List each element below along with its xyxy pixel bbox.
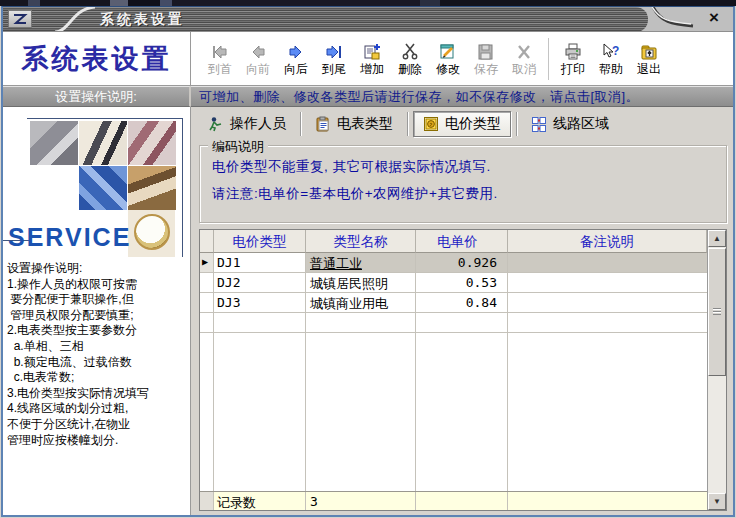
save-button[interactable]: 保存 [467, 40, 505, 78]
toolbar-separator [548, 38, 549, 80]
footer-selector-cell [200, 492, 214, 510]
first-record-button[interactable]: 到首 [201, 40, 239, 78]
titlebar: 系统表设置 × [3, 7, 733, 32]
photo-pen [79, 121, 127, 165]
operation-instructions: 设置操作说明: 1.操作人员的权限可按需 要分配便于兼职操作,但 管理员权限分配… [3, 257, 190, 448]
sidebar-header: 设置操作说明: [3, 86, 191, 107]
photo-instruments [128, 121, 176, 165]
last-record-button[interactable]: 到尾 [315, 40, 353, 78]
scrollbar-thumb[interactable] [708, 248, 726, 376]
column-header-price-type[interactable]: 电价类型 [214, 230, 306, 253]
next-record-icon [287, 40, 305, 60]
save-icon [477, 40, 495, 60]
cell-price-type[interactable]: DJ2 [214, 273, 306, 293]
price-book-icon [423, 116, 439, 132]
decor-line [27, 118, 183, 119]
table-row[interactable]: DJ3 城镇商业用电 0.84 [200, 293, 707, 313]
cancel-button[interactable]: 取消 [505, 40, 543, 78]
cell-type-name[interactable]: 城镇居民照明 [306, 273, 416, 293]
subheader-row: 设置操作说明: 可增加、删除、修改各类型后请进行保存，如不保存修改，请点击[取消… [3, 86, 733, 107]
table-grid: 电价类型 类型名称 电单价 备注说明 ▶ DJ1 普通工业 0.926 [200, 230, 707, 510]
sidebar: SERVICE 设置操作说明: 1.操作人员的权限可按需 要分配便于兼职操作,但… [3, 107, 191, 515]
body: SERVICE 设置操作说明: 1.操作人员的权限可按需 要分配便于兼职操作,但… [3, 107, 733, 515]
next-record-button[interactable]: 向后 [277, 40, 315, 78]
window-title: 系统表设置 [100, 11, 185, 29]
scroll-up-icon[interactable]: ▲ [708, 230, 726, 247]
cell-unit-price[interactable]: 0.53 [416, 273, 508, 293]
cell-note[interactable] [508, 253, 707, 273]
add-record-button[interactable]: 增加 [353, 40, 391, 78]
tab-separator [407, 112, 408, 136]
cell-unit-price[interactable]: 0.926 [416, 253, 508, 273]
category-tabs: 操作人员 电表类型 电价类型 线路区域 [199, 107, 727, 140]
column-header-unit-price[interactable]: 电单价 [416, 230, 508, 253]
tab-separator [516, 112, 517, 136]
app-logo-icon [8, 10, 32, 28]
modify-record-button[interactable]: 修改 [429, 40, 467, 78]
screen: 系统表设置 × 系统表设置 到首 向前 [0, 0, 736, 518]
column-header-note[interactable]: 备注说明 [508, 230, 707, 253]
close-icon[interactable]: × [704, 8, 724, 28]
tab-line-regions[interactable]: 线路区域 [522, 112, 618, 136]
tab-price-types[interactable]: 电价类型 [413, 111, 511, 137]
scrollbar-grip [713, 308, 721, 315]
cell-note[interactable] [508, 293, 707, 313]
service-collage-image: SERVICE [3, 107, 190, 257]
row-selector-cell[interactable] [200, 293, 214, 313]
main-panel: 操作人员 电表类型 电价类型 线路区域 [191, 107, 733, 515]
tab-operators[interactable]: 操作人员 [199, 112, 295, 136]
svg-text:?: ? [612, 44, 619, 58]
photo-tools [30, 121, 78, 165]
first-record-icon [211, 40, 229, 60]
last-record-icon [325, 40, 343, 60]
help-icon: ? [601, 40, 621, 60]
empty-row [200, 313, 707, 333]
current-row-icon: ▶ [200, 256, 208, 267]
cell-unit-price[interactable]: 0.84 [416, 293, 508, 313]
toolbar: 系统表设置 到首 向前 [3, 32, 733, 86]
table-row[interactable]: ▶ DJ1 普通工业 0.926 [200, 253, 707, 273]
cell-type-name[interactable]: 普通工业 [306, 253, 416, 273]
help-button[interactable]: ? 帮助 [592, 40, 630, 78]
operator-person-icon [208, 116, 224, 132]
tab-meter-types[interactable]: 电表类型 [306, 112, 402, 136]
prev-record-button[interactable]: 向前 [239, 40, 277, 78]
row-selector-cell[interactable] [200, 273, 214, 293]
add-record-icon [363, 40, 381, 60]
cell-price-type[interactable]: DJ3 [214, 293, 306, 313]
modify-record-icon [439, 40, 457, 60]
coding-description-groupbox: 编码说明 电价类型不能重复, 其它可根据实际情况填写. 请注意:电单价=基本电价… [199, 145, 727, 223]
table-footer-row: 记录数 3 [200, 491, 707, 510]
toolbar-buttons: 到首 向前 向后 [191, 32, 733, 85]
vertical-scrollbar[interactable]: ▲ ▼ [707, 230, 726, 510]
table-empty-area [200, 333, 707, 491]
region-diagram-icon [531, 116, 547, 132]
watch-face [134, 214, 170, 250]
print-button[interactable]: 打印 [554, 40, 592, 78]
row-selector-cell[interactable]: ▶ [200, 253, 214, 273]
cancel-icon [515, 40, 533, 60]
price-type-table: 电价类型 类型名称 电单价 备注说明 ▶ DJ1 普通工业 0.926 [199, 229, 727, 511]
photo-office [128, 166, 176, 210]
table-header-row: 电价类型 类型名称 电单价 备注说明 [200, 230, 707, 253]
scrollbar-track[interactable] [708, 247, 726, 493]
cell-note[interactable] [508, 273, 707, 293]
exit-icon [640, 40, 658, 60]
table-row[interactable]: DJ2 城镇居民照明 0.53 [200, 273, 707, 293]
exit-button[interactable]: 退出 [630, 40, 668, 78]
decor-line [182, 118, 183, 257]
meter-clipboard-icon [315, 116, 331, 132]
cell-price-type[interactable]: DJ1 [214, 253, 306, 273]
delete-record-button[interactable]: 删除 [391, 40, 429, 78]
cell-type-name[interactable]: 城镇商业用电 [306, 293, 416, 313]
prev-record-icon [249, 40, 267, 60]
selector-column-header [200, 230, 214, 253]
record-count-value: 3 [306, 492, 416, 510]
page-title: 系统表设置 [3, 32, 191, 85]
record-count-label: 记录数 [214, 492, 306, 510]
photo-watch [128, 210, 175, 257]
groupbox-legend: 编码说明 [208, 138, 268, 156]
app-window: 系统表设置 × 系统表设置 到首 向前 [1, 6, 735, 517]
scroll-down-icon[interactable]: ▼ [708, 493, 726, 510]
column-header-type-name[interactable]: 类型名称 [306, 230, 416, 253]
